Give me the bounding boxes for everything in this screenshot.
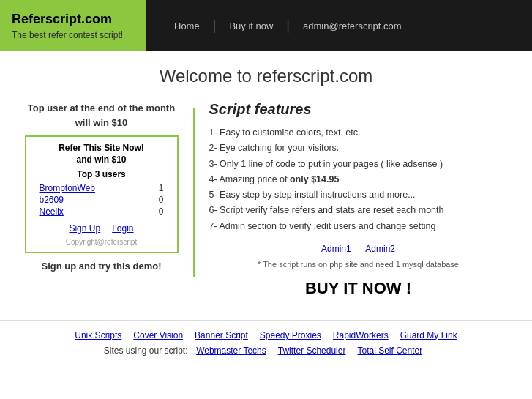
- footer-row1: Unik ScriptsCover VisionBanner ScriptSpe…: [15, 329, 517, 340]
- logo-area: Referscript.com The best refer contest s…: [0, 0, 146, 51]
- widget-user-name[interactable]: b2609: [40, 195, 64, 205]
- feature-item: 2- Eye catching for your visitors.: [209, 141, 508, 156]
- content-row: Top user at the end of the month will wi…: [25, 101, 508, 298]
- widget-buttons: Sign Up Login: [32, 223, 171, 234]
- feature-item: 4- Amazing price of only $14.95: [209, 172, 508, 187]
- footer-link[interactable]: RapidWorkers: [333, 330, 389, 340]
- footer-link[interactable]: Guard My Link: [400, 330, 457, 340]
- widget-user-score: 0: [159, 206, 164, 217]
- widget-user-row: b26090: [32, 194, 171, 206]
- features-list: 1- Easy to customise colors, text, etc.2…: [209, 125, 508, 234]
- footer-link[interactable]: Unik Scripts: [75, 330, 121, 340]
- footer-link-row2[interactable]: Total Self Center: [357, 346, 422, 356]
- features-title: Script features: [209, 101, 508, 118]
- widget-user-score: 1: [159, 183, 164, 193]
- vertical-divider: [193, 108, 195, 277]
- left-column: Top user at the end of the month will wi…: [25, 101, 179, 272]
- footer-link[interactable]: Speedy Proxies: [260, 330, 321, 340]
- widget-prize: and win $10: [32, 154, 171, 165]
- header: Referscript.com The best refer contest s…: [0, 0, 532, 51]
- feature-item: 1- Easy to customise colors, text, etc.: [209, 125, 508, 141]
- nav-email[interactable]: admin@referscript.com: [290, 20, 415, 31]
- buy-now-link[interactable]: BUY IT NOW !: [305, 279, 411, 297]
- admin1-link[interactable]: Admin1: [321, 244, 351, 254]
- widget-user-row: Neelix0: [32, 206, 171, 217]
- main-content: Welcome to referscript.com Top user at t…: [10, 51, 522, 305]
- welcome-title: Welcome to referscript.com: [25, 66, 508, 86]
- widget-box: Refer This Site Now! and win $10 Top 3 u…: [25, 135, 179, 253]
- feature-item: 7- Admin section to verify .edit users a…: [209, 219, 508, 234]
- top-user-text: Top user at the end of the month will wi…: [25, 101, 179, 130]
- widget-user-row: BromptonWeb1: [32, 182, 171, 194]
- logo-subtitle: The best refer contest script!: [12, 30, 135, 40]
- nav-buy[interactable]: Buy it now: [216, 20, 286, 31]
- footer-row2: Sites using our script: Webmaster TechsT…: [15, 345, 517, 356]
- footer-link-row2[interactable]: Webmaster Techs: [196, 346, 266, 356]
- footer: Unik ScriptsCover VisionBanner ScriptSpe…: [0, 320, 532, 369]
- feature-item: 5- Easy step by step install instruction…: [209, 187, 508, 203]
- nav-home[interactable]: Home: [161, 20, 213, 31]
- sites-label: Sites using our script:: [104, 346, 188, 356]
- buy-now: BUY IT NOW !: [209, 279, 508, 298]
- widget-user-score: 0: [159, 195, 164, 205]
- footer-link-row2[interactable]: Twitter Scheduler: [278, 346, 346, 356]
- nav: Home | Buy it now | admin@referscript.co…: [146, 0, 430, 51]
- php-note: * The script runs on php site and need 1…: [209, 260, 508, 269]
- top-user-line1: Top user at the end of the month: [28, 102, 175, 113]
- logo-title: Referscript.com: [12, 12, 135, 27]
- widget-user-name[interactable]: Neelix: [40, 206, 64, 217]
- right-column: Script features 1- Easy to customise col…: [209, 101, 508, 298]
- admin2-link[interactable]: Admin2: [365, 244, 395, 254]
- widget-signup[interactable]: Sign Up: [69, 223, 100, 234]
- widget-login[interactable]: Login: [112, 223, 133, 234]
- widget-top3-label: Top 3 users: [32, 169, 171, 179]
- widget-user-name[interactable]: BromptonWeb: [40, 183, 95, 193]
- footer-link[interactable]: Banner Script: [195, 330, 248, 340]
- widget-copyright: Copyright@referscript: [32, 238, 171, 246]
- footer-link[interactable]: Cover Vision: [133, 330, 183, 340]
- widget-users: BromptonWeb1b26090Neelix0: [32, 182, 171, 217]
- admin-links: Admin1 Admin2: [209, 243, 508, 254]
- feature-item: 6- Script verify false refers and stats …: [209, 203, 508, 218]
- widget-header: Refer This Site Now!: [32, 143, 171, 153]
- demo-text: Sign up and try this demo!: [25, 261, 179, 272]
- top-user-line2: will win $10: [75, 117, 128, 128]
- feature-item: 3- Only 1 line of code to put in your pa…: [209, 157, 508, 172]
